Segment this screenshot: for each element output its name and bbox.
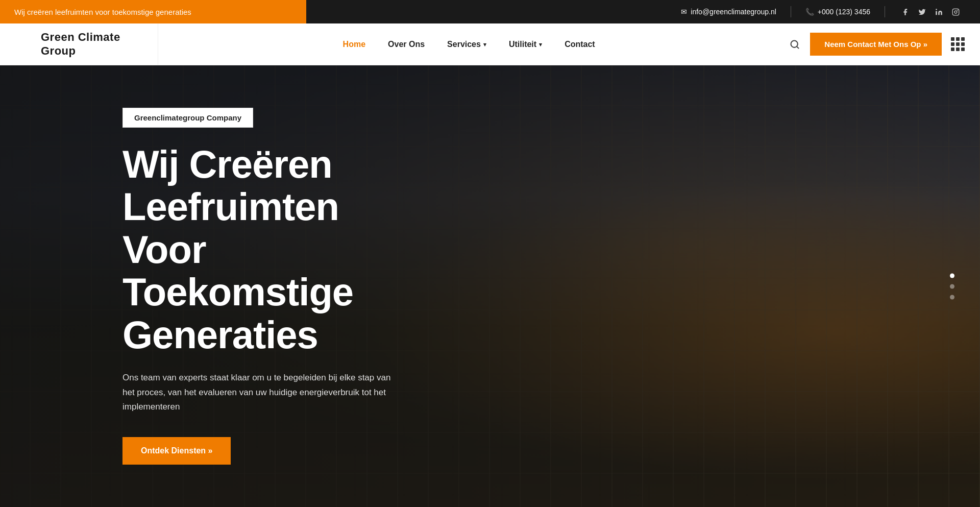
discover-button[interactable]: Ontdek Diensten » xyxy=(122,437,231,465)
hero-dot-1[interactable] xyxy=(950,273,954,278)
phone-icon: 📞 xyxy=(805,8,814,16)
instagram-link[interactable] xyxy=(952,8,960,16)
svg-line-5 xyxy=(797,46,799,48)
contact-cta-button[interactable]: Neem Contact Met Ons Op » xyxy=(810,33,942,56)
facebook-link[interactable] xyxy=(901,8,909,16)
nav-utiliteit[interactable]: Utiliteit ▾ xyxy=(498,23,553,65)
linkedin-link[interactable] xyxy=(935,8,943,16)
top-bar: Wij creëren leefruimten voor toekomstige… xyxy=(0,0,980,23)
hero-badge: Greenclimategroup Company xyxy=(122,108,253,128)
top-bar-tagline-container: Wij creëren leefruimten voor toekomstige… xyxy=(0,0,306,23)
hero-title: Wij Creëren Leefruimten Voor Toekomstige… xyxy=(122,143,419,356)
search-button[interactable] xyxy=(779,39,810,50)
svg-point-0 xyxy=(936,9,937,10)
grid-menu-button[interactable] xyxy=(951,37,965,51)
phone-text: +000 (123) 3456 xyxy=(818,8,870,16)
hero-dot-3[interactable] xyxy=(950,295,954,299)
hero-slider-dots xyxy=(950,273,954,299)
top-bar-right: ✉ info@greenclimategroup.nl 📞 +000 (123)… xyxy=(306,6,980,17)
brand: Green Climate Group xyxy=(0,23,158,65)
navbar: Green Climate Group Home Over Ons Servic… xyxy=(0,23,980,65)
top-bar-tagline: Wij creëren leefruimten voor toekomstige… xyxy=(14,8,191,16)
svg-rect-1 xyxy=(952,9,959,15)
email-text: info@greenclimategroup.nl xyxy=(691,8,776,16)
nav-over-ons[interactable]: Over Ons xyxy=(377,23,436,65)
phone-link[interactable]: 📞 +000 (123) 3456 xyxy=(805,8,870,16)
hero-dot-2[interactable] xyxy=(950,284,954,288)
nav-menu: Home Over Ons Services ▾ Utiliteit ▾ Con… xyxy=(158,23,779,65)
email-icon: ✉ xyxy=(681,8,687,16)
services-dropdown-arrow: ▾ xyxy=(483,41,486,48)
brand-text: Green Climate Group xyxy=(41,31,158,58)
top-bar-contact: ✉ info@greenclimategroup.nl 📞 +000 (123)… xyxy=(681,6,885,17)
nav-home[interactable]: Home xyxy=(332,23,377,65)
email-link[interactable]: ✉ info@greenclimategroup.nl xyxy=(681,8,776,16)
hero-section: Greenclimategroup Company Wij Creëren Le… xyxy=(0,65,980,507)
social-links xyxy=(901,8,960,16)
navbar-actions: Neem Contact Met Ons Op » xyxy=(810,33,980,56)
hero-description: Ons team van experts staat klaar om u te… xyxy=(122,371,393,415)
divider-1 xyxy=(791,6,791,17)
nav-contact[interactable]: Contact xyxy=(553,23,606,65)
utiliteit-dropdown-arrow: ▾ xyxy=(539,41,542,48)
hero-content: Greenclimategroup Company Wij Creëren Le… xyxy=(0,108,419,465)
divider-2 xyxy=(885,6,885,17)
svg-point-3 xyxy=(957,10,958,11)
svg-point-2 xyxy=(954,11,957,13)
nav-services[interactable]: Services ▾ xyxy=(436,23,498,65)
twitter-link[interactable] xyxy=(918,8,926,16)
search-icon xyxy=(790,39,800,50)
